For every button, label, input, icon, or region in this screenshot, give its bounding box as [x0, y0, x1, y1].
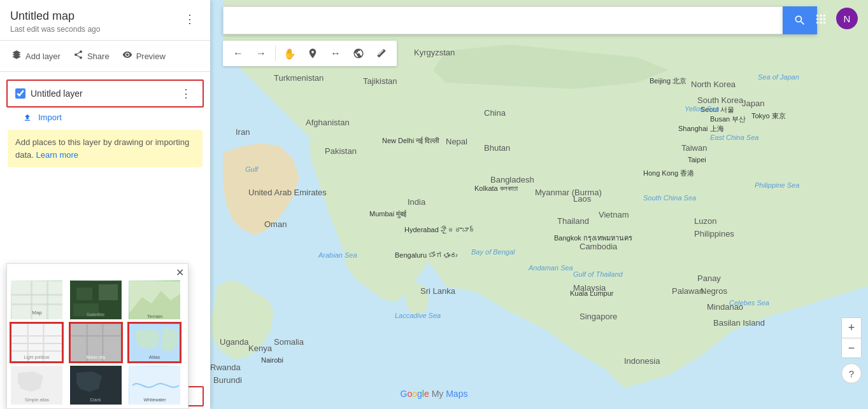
map-title: Untitled map	[10, 9, 180, 24]
measure-button[interactable]	[348, 43, 369, 64]
search-bar	[223, 6, 817, 34]
svg-rect-12	[99, 284, 118, 300]
add-layer-icon	[11, 50, 22, 62]
import-label: Import	[38, 113, 62, 122]
layer-menu-button[interactable]: ⋮	[177, 85, 195, 102]
svg-text:Dark: Dark	[90, 397, 102, 403]
sidebar-header: Untitled map Last edit was seconds ago ⋮	[0, 0, 210, 41]
svg-rect-25	[71, 335, 121, 336]
svg-text:Simple atlas: Simple atlas	[24, 398, 49, 403]
map-tile-terrain[interactable]: Terrain	[127, 279, 181, 321]
map-tile-simple[interactable]: Simple atlas	[10, 364, 64, 406]
svg-point-3	[628, 169, 643, 190]
map-tile-satellite[interactable]: Satellite	[69, 279, 123, 321]
svg-rect-5	[11, 294, 62, 296]
svg-rect-20	[11, 350, 62, 351]
svg-rect-11	[76, 288, 92, 300]
svg-text:Atlas: Atlas	[149, 354, 160, 359]
svg-rect-18	[11, 335, 62, 336]
svg-text:Mono city: Mono city	[86, 354, 105, 359]
layer-name: Untitled layer	[31, 88, 83, 99]
sidebar-actions: Add layer Share Preview	[0, 41, 210, 72]
preview-button[interactable]: Preview	[121, 47, 167, 65]
map-tile-roadmap[interactable]: Map	[10, 279, 64, 321]
svg-text:Satellite: Satellite	[87, 312, 105, 317]
share-button[interactable]: Share	[72, 47, 111, 65]
toolbar: ← → ✋ ↔	[223, 41, 397, 66]
preview-label: Preview	[136, 52, 166, 61]
preview-icon	[122, 50, 132, 62]
add-layer-label: Add layer	[25, 52, 60, 61]
map-tile-atlas[interactable]: Atlas	[127, 322, 181, 363]
picker-grid: Map Satellite	[7, 264, 188, 408]
toolbar-divider	[275, 46, 276, 61]
info-box: Add places to this layer by drawing or i…	[8, 130, 203, 167]
sidebar-menu-button[interactable]: ⋮	[180, 9, 200, 29]
layer-header-left: Untitled layer	[15, 88, 83, 99]
svg-rect-6	[11, 303, 62, 305]
sidebar: Untitled map Last edit was seconds ago ⋮…	[0, 0, 210, 409]
map-tile-whitewater[interactable]: Whitewater	[127, 364, 181, 406]
ruler-button[interactable]	[371, 43, 392, 64]
layer-header: Untitled layer ⋮	[6, 80, 204, 107]
svg-text:Terrain: Terrain	[147, 314, 162, 319]
forward-button[interactable]: →	[251, 43, 271, 64]
import-button[interactable]: Import	[0, 110, 72, 125]
help-button[interactable]: ?	[841, 363, 862, 384]
svg-text:Light political: Light political	[24, 354, 50, 359]
zoom-out-button[interactable]: −	[841, 338, 862, 358]
svg-text:Map: Map	[32, 310, 42, 315]
map-tile-mono[interactable]: Mono city	[69, 322, 123, 363]
map-tile-dark[interactable]: Dark	[69, 364, 123, 406]
draw-route-button[interactable]: ↔	[325, 43, 346, 64]
add-layer-button[interactable]: Add layer	[10, 47, 62, 65]
share-label: Share	[87, 52, 110, 61]
svg-text:Whitewater: Whitewater	[143, 398, 166, 402]
picker-close-button[interactable]: ✕	[176, 267, 184, 279]
map-title-section: Untitled map Last edit was seconds ago	[10, 9, 180, 34]
back-button[interactable]: ←	[228, 43, 248, 64]
zoom-in-button[interactable]: +	[841, 317, 862, 338]
add-marker-button[interactable]	[302, 43, 323, 64]
base-map-picker: ✕ Map	[6, 263, 189, 409]
user-avatar[interactable]: N	[836, 8, 858, 29]
svg-rect-8	[46, 281, 48, 319]
svg-rect-19	[11, 343, 62, 344]
svg-point-2	[680, 144, 698, 172]
svg-point-1	[406, 283, 429, 315]
learn-more-link[interactable]: Learn more	[36, 150, 78, 160]
map-tile-light[interactable]: Light political	[10, 322, 64, 363]
hand-tool-button[interactable]: ✋	[280, 43, 300, 64]
layer-visibility-checkbox[interactable]	[15, 88, 25, 99]
share-icon	[73, 50, 83, 62]
search-input[interactable]	[223, 6, 783, 34]
map-subtitle: Last edit was seconds ago	[10, 25, 180, 34]
apps-icon[interactable]	[811, 9, 831, 29]
map-controls: + −	[841, 317, 862, 358]
